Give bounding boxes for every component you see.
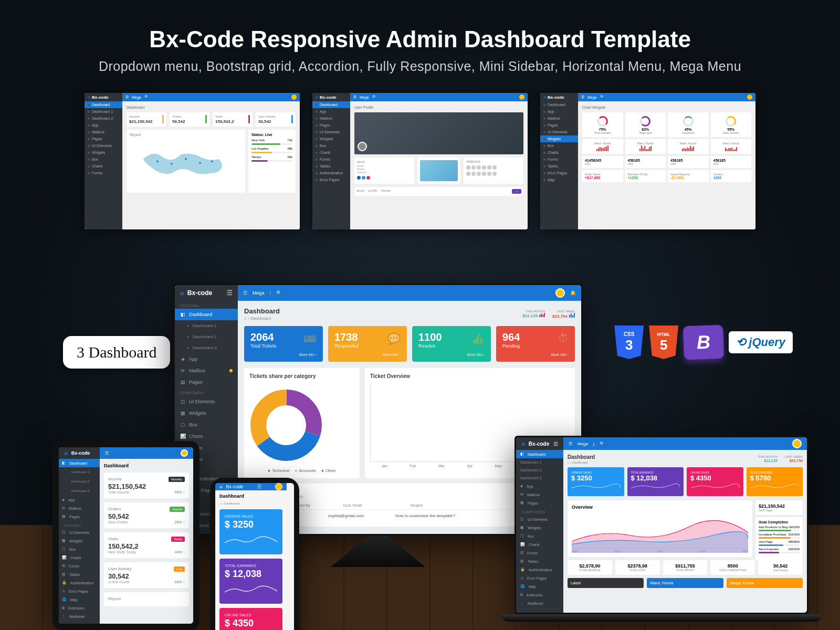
stat-card[interactable]: 👍1100ResolveMore info › [412,326,491,362]
money-card[interactable]: ORDERS SALES$ 3250 [568,467,624,496]
sidebar-item[interactable]: Forms [85,170,122,176]
map-card [417,158,461,184]
sidebar-item[interactable]: Charts [85,163,122,170]
latest-card[interactable]: Miami, Florida [647,578,723,588]
mega-menu[interactable]: Mega [253,290,265,296]
sidebar-item[interactable]: Mailbox [85,129,122,135]
summary-card: $911,755TOTAL PROFIT [663,560,708,575]
kpi-card: Income$21,150,542 [127,112,166,127]
search-icon[interactable]: 🔍 [276,290,282,296]
sidebar-sub[interactable]: ▪ Dashboard 3 [175,342,238,353]
svg-point-3 [199,162,201,164]
thumb-profile[interactable]: Bx-code Dashboard App Mailbox Pages UI E… [312,93,528,229]
money-card[interactable]: ONLINE SALES$ 4350 [687,467,743,496]
summary-card: 30,542User Activity [758,560,803,575]
tablet-card: LowUser Activity30,542In first month 60%… [104,562,189,588]
sidebar-section: COMPONENT [175,388,238,396]
sidebar-item[interactable]: Box [85,156,122,163]
latest-card[interactable]: Tampa, Florida [727,578,803,588]
tablet-card: MonthlyIncome$21,150,542Total Income 98%… [104,472,189,498]
stat-card[interactable]: ⏱964PendingMore info › [496,326,575,362]
hamburger-icon[interactable]: ☰ [227,289,233,297]
kpi-card: Orders50,542 [170,112,209,127]
mail-icon: ✉ [180,368,185,373]
about-card: about EmailPhoneAddress [354,158,414,184]
thumb-widgets[interactable]: Bx-code Dashboard App Mailbox Pages UI E… [540,93,755,229]
latest-card[interactable]: Latest [568,578,644,588]
html5-badge: HTML5 [649,326,678,359]
sidebar-item-app[interactable]: ◈App [175,353,238,365]
page-title: Dashboard [244,307,280,315]
pie-card: Tickets share per category Technical Acc… [244,368,360,478]
sidebar-item-dashboard[interactable]: ◧Dashboard [175,309,238,320]
avatar[interactable] [555,288,565,298]
money-card[interactable]: ORDERS SALES$ 3250 [219,509,282,554]
money-card[interactable]: TOTAL EARNINGS$ 12,038 [219,559,282,604]
topbar: ☰ Mega | 🔍 🔔 [238,285,581,301]
widgets-icon: ▦ [180,411,185,416]
menu-icon[interactable]: ☰ [257,484,261,489]
menu-icon[interactable]: ☰ [243,290,247,296]
header-kpis: THIS MONTH$12,125 LAST WEEK$22,754 [522,310,575,319]
sidebar-section: PERSONAL [175,301,238,309]
friends-card: FRIENDS [464,158,523,184]
sidebar-item[interactable]: Pages [85,135,122,142]
sidebar-item-widgets[interactable]: ▦Widgets [175,407,238,419]
profile-cover [354,112,523,154]
search-icon[interactable]: 🔍 [144,95,149,99]
tablet-device: Bx-code ◧Dashboard Dashboard 1 Dashboard… [52,441,200,630]
stat-card[interactable]: 🎫2064Total TicketsMore info › [244,326,323,362]
menu-icon[interactable]: ☰ [125,95,129,99]
page-title: Dashboard [215,490,287,502]
sidebar-item-charts[interactable]: 📊Charts [175,430,238,442]
svg-point-2 [185,158,187,160]
sidebar-sub[interactable]: ▪ Dashboard 1 [175,320,238,331]
summary-card: $2,578,90TOTAL REVENUE [568,560,612,575]
sidebar-item-mailbox[interactable]: ✉Mailbox [175,365,238,376]
sidebar-item[interactable]: Dashboard 2 [85,115,122,122]
avatar[interactable] [275,483,282,490]
overview-card: Overview 20102012201420162018 [568,500,752,557]
sidebar-item-pages[interactable]: ▤Pages [175,376,238,388]
brand-logo[interactable]: Bx-code☰ [175,285,238,301]
ui-icon: ◫ [180,399,185,404]
sidebar-item[interactable]: Dashboard 1 [85,108,122,115]
kpi-card: User Activity30,542 [256,112,296,127]
bootstrap-badge: B [683,325,724,360]
legend: Technical Accounts Other [249,468,354,473]
badge-dot [229,369,233,372]
mega-menu[interactable]: Mega [132,96,141,99]
brand-logo: Bx-code [85,93,122,101]
css3-badge: CSS3 [614,326,644,359]
box-icon: ▢ [180,422,185,427]
money-card[interactable]: TOTAL EARNINGS$ 12,038 [627,467,684,496]
thumbnails-row: Bx-code Dashboard Dashboard 1 Dashboard … [0,93,840,229]
avatar[interactable] [291,94,297,100]
breadcrumb: Dashboard [127,106,296,109]
breadcrumb: ⌂ › Dashboard [244,316,280,321]
donut-chart [249,388,323,462]
tablet-card: Report [104,592,189,606]
money-card[interactable]: ONLINE SALES$ 4350 [219,608,282,630]
notification-icon[interactable]: 🔔 [570,290,576,296]
area-chart [572,512,748,549]
world-map[interactable] [132,140,240,187]
summary-card: $2378,98TOTAL COST [615,560,660,575]
side-kpi: $21,150,542 Total Traget [755,500,803,515]
money-card[interactable]: ISSUE EXPENSES$ 5780 [747,467,803,496]
report-title: Report [130,133,242,136]
sidebar-item[interactable]: Widgets [85,149,122,156]
sidebar-item[interactable]: UI Elements [85,142,122,149]
jquery-badge: jQuery [729,331,793,353]
tablet-card: TodayVisits150,542,2New Visits Today 44%… [104,532,189,558]
page-title: User Profile [354,106,523,109]
sidebar-item-ui[interactable]: ◫UI Elements [175,396,238,407]
sidebar-item-box[interactable]: ▢Box [175,419,238,430]
goal-card: Goal Completion Add Products to Bag160/2… [755,517,803,560]
sidebar-item-dashboard[interactable]: Dashboard [85,101,122,108]
phone-device: Bx-code ☰ Dashboard ⌂ › Dashboard ORDERS… [210,478,299,630]
sidebar-item[interactable]: App [85,122,122,129]
stat-card[interactable]: 💬1738RespondedMore info › [328,326,407,362]
thumb-dashboard-1[interactable]: Bx-code Dashboard Dashboard 1 Dashboard … [85,93,300,229]
sidebar-sub[interactable]: ▪ Dashboard 2 [175,331,238,342]
